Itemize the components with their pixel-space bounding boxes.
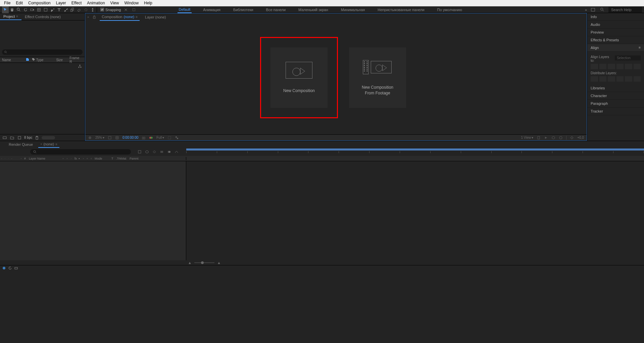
col-trkmat[interactable]: .TrkMat (115, 157, 128, 160)
align-vcenter-icon[interactable] (625, 64, 632, 69)
channel-icon[interactable] (149, 136, 153, 140)
snap-option-2-icon[interactable] (131, 6, 137, 13)
panel-paragraph[interactable]: Paragraph (587, 100, 644, 108)
grid-icon[interactable] (115, 136, 119, 140)
zoom-in-icon[interactable]: ▲ (217, 261, 221, 265)
fast-previews-icon[interactable] (544, 136, 548, 140)
shape-tool[interactable] (42, 6, 49, 13)
col-3d-icon[interactable] (89, 157, 93, 160)
col-quality-icon[interactable] (69, 157, 73, 160)
panel-audio[interactable]: Audio (587, 21, 644, 29)
new-comp-icon[interactable] (17, 135, 22, 140)
panel-info[interactable]: Info (587, 13, 644, 21)
tab-effect-controls[interactable]: Effect Controls (none) (21, 13, 64, 20)
distribute-vcenter-icon[interactable] (625, 76, 632, 82)
panel-character[interactable]: Character (587, 92, 644, 100)
panel-menu-icon[interactable]: ≡ (639, 46, 641, 50)
tab-composition[interactable]: Composition (none) ≡ (100, 13, 140, 21)
col-adjustment-icon[interactable] (85, 157, 89, 160)
workspace-minimal[interactable]: Минимальная (340, 7, 366, 13)
search-icon[interactable] (599, 6, 606, 13)
status-indicator-icon[interactable] (2, 266, 6, 270)
col-parent[interactable]: Parent (128, 157, 148, 160)
align-to-dropdown[interactable]: Selection (615, 55, 641, 60)
flowchart-icon[interactable] (78, 64, 82, 68)
tab-project[interactable]: Project≡ (0, 13, 21, 20)
snap-option-1-icon[interactable] (122, 6, 129, 13)
new-composition-card[interactable]: New Composition (270, 47, 328, 108)
menu-composition[interactable]: Composition (26, 0, 53, 6)
col-solo-icon[interactable] (7, 157, 10, 160)
panel-menu-icon[interactable]: ≡ (16, 14, 18, 18)
distribute-hcenter-icon[interactable] (599, 76, 607, 82)
timeline-ruler[interactable] (186, 148, 644, 156)
snapping-checkbox[interactable] (100, 8, 104, 11)
distribute-left-icon[interactable] (591, 76, 598, 82)
eraser-tool[interactable] (76, 6, 83, 13)
tab-render-queue[interactable]: Render Queue (7, 141, 35, 147)
align-left-icon[interactable] (591, 64, 598, 69)
motion-blur-icon[interactable] (166, 149, 172, 155)
pan-behind-tool[interactable] (36, 6, 42, 13)
alpha-icon[interactable] (88, 136, 92, 140)
col-label-icon[interactable] (19, 157, 23, 160)
rotation-tool[interactable] (22, 6, 29, 13)
text-tool[interactable] (56, 6, 62, 13)
menu-view[interactable]: View (108, 0, 122, 6)
hide-shy-icon[interactable] (152, 149, 157, 155)
project-search[interactable] (2, 49, 83, 55)
comp-mini-flowchart-icon[interactable] (137, 149, 142, 155)
workspace-libraries[interactable]: Библиотеки (232, 7, 255, 13)
panel-libraries[interactable]: Libraries (587, 84, 644, 92)
distribute-right-icon[interactable] (608, 76, 615, 82)
rotobrush-tool[interactable] (83, 6, 89, 13)
search-help-input[interactable] (608, 7, 642, 13)
menu-window[interactable]: Window (121, 0, 141, 6)
workspace-overflow-icon[interactable]: » (585, 8, 587, 12)
camera-tool[interactable] (29, 6, 36, 13)
delete-icon[interactable] (34, 135, 40, 140)
zoom-slider[interactable] (194, 262, 214, 263)
workspace-default[interactable]: Default (178, 6, 192, 13)
col-layer-name[interactable]: Layer Name (28, 157, 61, 160)
menu-edit[interactable]: Edit (13, 0, 26, 6)
status-render-icon[interactable] (14, 266, 18, 270)
snapshot-icon[interactable] (142, 136, 146, 140)
zoom-tool[interactable] (15, 6, 22, 13)
zoom-out-icon[interactable]: ▲ (188, 261, 192, 265)
panel-align[interactable]: Align ≡ (587, 44, 644, 52)
brush-tool[interactable] (62, 6, 69, 13)
puppet-tool[interactable] (89, 6, 96, 13)
exposure-value[interactable]: +0,0 (577, 136, 584, 139)
draft-3d-icon[interactable] (144, 149, 150, 155)
align-top-icon[interactable] (616, 64, 624, 69)
view-layout-dropdown[interactable]: 1 View ▾ (521, 136, 533, 139)
panel-effects-presets[interactable]: Effects & Presets (587, 36, 644, 44)
selection-tool[interactable] (2, 6, 9, 13)
col-frameblend-icon[interactable] (77, 157, 81, 160)
menu-help[interactable]: Help (141, 0, 155, 6)
align-right-icon[interactable] (608, 64, 615, 69)
exposure-icon[interactable] (570, 136, 574, 140)
frame-blend-icon[interactable] (159, 149, 164, 155)
bpc-slider[interactable] (42, 136, 55, 139)
col-video-icon[interactable] (0, 157, 3, 160)
workspace-all-panels[interactable]: Все панели (265, 7, 287, 13)
distribute-top-icon[interactable] (616, 76, 624, 82)
col-tag-icon[interactable] (30, 57, 34, 62)
status-refresh-icon[interactable] (8, 266, 12, 270)
hand-tool[interactable] (9, 6, 15, 13)
interpret-footage-icon[interactable] (2, 135, 7, 140)
panel-preview[interactable]: Preview (587, 29, 644, 36)
col-mode[interactable]: Mode (93, 157, 110, 160)
col-name[interactable]: Name (0, 58, 23, 62)
workspace-undocked[interactable]: Непристыкованные панели (376, 7, 426, 13)
timeline-search[interactable] (30, 149, 131, 155)
col-lock-icon[interactable] (10, 157, 13, 160)
col-type[interactable]: Type (34, 58, 54, 62)
workspace-by-default[interactable]: По умолчанию (436, 7, 463, 13)
resolution-icon[interactable] (108, 136, 112, 140)
tab-layer[interactable]: Layer (none) (143, 14, 168, 20)
transparency-grid-icon[interactable] (175, 136, 179, 140)
close-tab-icon[interactable]: × (87, 15, 89, 19)
